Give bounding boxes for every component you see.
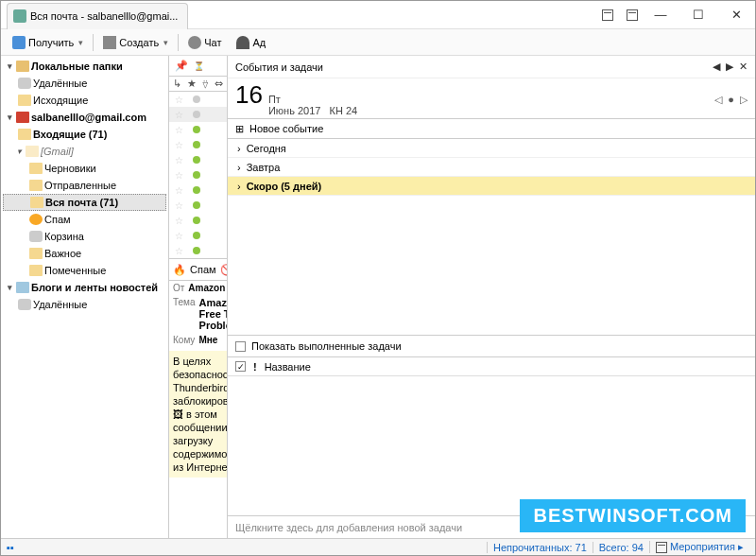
message-row[interactable]: ☆ — [169, 167, 227, 182]
title-col[interactable]: Название — [265, 361, 311, 373]
folder-starred[interactable]: Помеченные — [3, 262, 166, 279]
window-tab[interactable]: Вся почта - salbanelllo@gmai... — [7, 3, 188, 29]
block-icon[interactable]: 🚫 — [220, 264, 228, 276]
subject-field: Тема Amazon PrFree TrialProblem — [169, 295, 227, 333]
star-col-icon[interactable]: ★ — [187, 78, 197, 90]
msglist-toolbar: 📌 ⏳ — [169, 56, 227, 77]
main-area: ▾Локальные папки Удалённые Исходящие ▾sa… — [1, 56, 755, 538]
folder-allmail[interactable]: Вся почта (71) — [3, 194, 166, 211]
status-events[interactable]: Мероприятия ▸ — [649, 541, 749, 553]
main-toolbar: Получить ▾ Создать ▾ Чат Ад — [1, 29, 755, 56]
pin-icon[interactable]: 📌 — [175, 60, 188, 72]
folder-trash[interactable]: Корзина — [3, 228, 166, 245]
message-row[interactable]: ☆ — [169, 182, 227, 198]
watermark: BESTWINSOFT.COM — [520, 499, 746, 532]
group-today[interactable]: ›Сегодня — [228, 139, 755, 158]
status-total: Всего: 94 — [593, 542, 649, 553]
activity-icon[interactable]: ▪▪ — [7, 542, 14, 553]
folder-icon — [29, 248, 43, 259]
message-row[interactable]: ☆ — [169, 92, 227, 107]
event-groups: ›Сегодня ›Завтра ›Скоро (5 дней) — [228, 139, 755, 196]
tasks-header: Показать выполненные задачи — [228, 335, 755, 357]
folder-icon — [16, 61, 29, 72]
to-field: КомуМне — [169, 333, 227, 347]
events-title: События и задачи — [235, 61, 323, 73]
folder-sent[interactable]: Отправленные — [3, 177, 166, 194]
message-row[interactable]: ☆ — [169, 137, 227, 152]
msglist-header: ↳ ★ ⍢ ⇔ — [169, 77, 227, 92]
folder-icon — [26, 146, 39, 157]
sent-icon — [29, 180, 43, 191]
address-button[interactable]: Ад — [231, 34, 271, 51]
priority-col-icon[interactable]: ! — [253, 361, 257, 373]
folder-gmail-group[interactable]: ▾[Gmail] — [3, 143, 166, 160]
calendar-icon[interactable] — [602, 9, 613, 21]
status-bar: ▪▪ Непрочитанных: 71 Всего: 94 Мероприят… — [1, 538, 755, 555]
day-name: Пт — [268, 94, 357, 105]
date-prev-icon[interactable]: ◁ — [714, 94, 722, 106]
expand-col-icon[interactable]: ⇔ — [215, 78, 223, 90]
today-dot-icon[interactable]: ● — [728, 94, 734, 106]
prev-icon[interactable]: ◀ — [713, 61, 720, 73]
outbox-icon — [18, 95, 31, 106]
folder-deleted[interactable]: Удалённые — [3, 75, 166, 92]
add-event-icon: ⊞ — [235, 123, 244, 135]
feeds-root[interactable]: ▾Блоги и ленты новостей — [3, 279, 166, 296]
blocked-icon: 🖾 — [173, 408, 183, 421]
folder-outgoing[interactable]: Исходящие — [3, 92, 166, 109]
chat-button[interactable]: Чат — [182, 34, 227, 51]
status-unread: Непрочитанных: 71 — [487, 542, 593, 553]
window-minimize[interactable]: — — [642, 2, 679, 28]
close-pane-icon[interactable]: ✕ — [739, 61, 747, 73]
message-row[interactable]: ☆ — [169, 228, 227, 243]
group-tomorrow[interactable]: ›Завтра — [228, 158, 755, 177]
group-soon[interactable]: ›Скоро (5 дней) — [228, 177, 755, 196]
filter-icon[interactable]: ⏳ — [194, 61, 204, 71]
folder-important[interactable]: Важное — [3, 245, 166, 262]
download-icon — [12, 36, 26, 49]
date-next-icon[interactable]: ▷ — [740, 94, 747, 106]
chat-icon — [188, 36, 201, 49]
feeds-deleted[interactable]: Удалённые — [3, 296, 166, 313]
chevron-down-icon[interactable]: ▾ — [163, 38, 168, 47]
folder-icon — [30, 197, 43, 208]
attach-col-icon[interactable]: ⍢ — [202, 78, 209, 90]
trash-icon — [29, 231, 43, 242]
gmail-icon — [16, 112, 29, 123]
folder-icon — [29, 265, 43, 276]
message-row[interactable]: ☆ — [169, 198, 227, 213]
window-close[interactable]: ✕ — [717, 2, 755, 28]
chevron-down-icon[interactable]: ▾ — [78, 38, 83, 47]
events-empty-area — [228, 196, 755, 335]
folder-inbox[interactable]: Входящие (71) — [3, 126, 166, 143]
receive-button[interactable]: Получить ▾ — [7, 34, 89, 51]
show-done-checkbox[interactable] — [235, 341, 246, 352]
local-folders[interactable]: ▾Локальные папки — [3, 58, 166, 75]
folder-tree: ▾Локальные папки Удалённые Исходящие ▾sa… — [1, 56, 169, 538]
folder-drafts[interactable]: Черновики — [3, 160, 166, 177]
app-icon — [13, 9, 26, 23]
date-header: 16 Пт Июнь 2017 КН 24 ◁ ● ▷ — [228, 78, 755, 118]
message-row[interactable]: ☆ — [169, 107, 227, 122]
chevron-right-icon: › — [237, 162, 241, 173]
message-row[interactable]: ☆ — [169, 243, 227, 258]
create-button[interactable]: Создать ▾ — [97, 34, 174, 51]
events-pane: События и задачи ◀ ▶ ✕ 16 Пт Июнь 2017 К… — [228, 56, 755, 538]
day-number: 16 — [235, 80, 263, 110]
message-row[interactable]: ☆ — [169, 122, 227, 137]
thread-col-icon[interactable]: ↳ — [173, 78, 181, 90]
window-maximize[interactable]: ☐ — [679, 2, 717, 28]
new-event-row[interactable]: ⊞ Новое событие — [228, 118, 755, 139]
tasks-icon[interactable] — [627, 9, 638, 21]
calendar-icon — [656, 542, 667, 553]
rss-icon — [16, 282, 29, 293]
spam-button[interactable]: Спам — [190, 264, 216, 275]
pencil-icon — [103, 36, 116, 49]
check-col[interactable]: ✓ — [235, 361, 246, 372]
message-row[interactable]: ☆ — [169, 152, 227, 167]
folder-spam[interactable]: Спам — [3, 211, 166, 228]
message-list[interactable]: ☆ ☆ ☆ ☆ ☆ ☆ ☆ ☆ ☆ ☆ ☆ — [169, 92, 227, 258]
next-icon[interactable]: ▶ — [726, 61, 733, 73]
message-row[interactable]: ☆ — [169, 213, 227, 228]
account-gmail[interactable]: ▾salbanelllo@gmail.com — [3, 109, 166, 126]
